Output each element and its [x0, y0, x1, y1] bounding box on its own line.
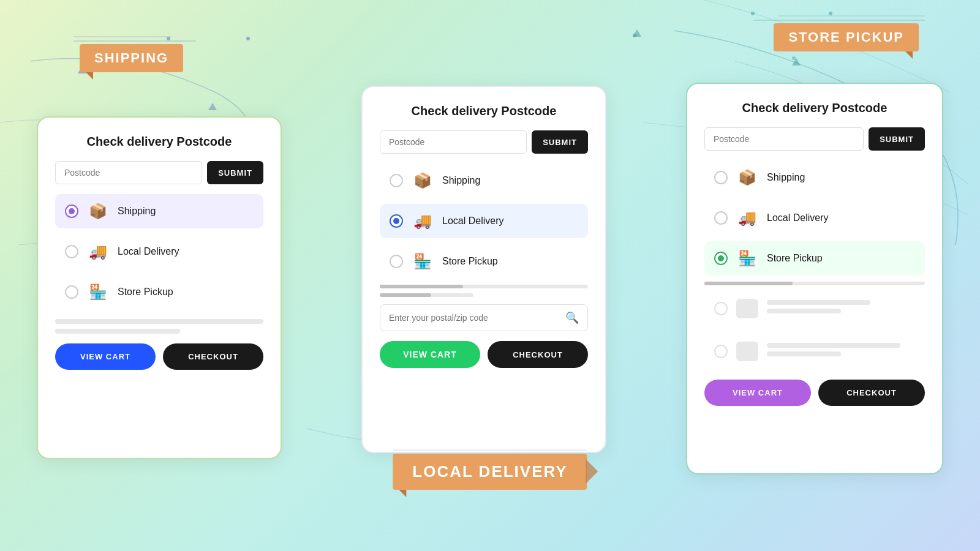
checkout-button-center[interactable]: CHECKOUT	[488, 341, 588, 368]
skeleton-line-2a	[767, 343, 900, 348]
card-left: Check delivery Postcode SUBMIT 📦 Shippin…	[37, 116, 282, 459]
skeleton-radio-2	[714, 345, 728, 358]
store-pickup-icon-left: 🏪	[87, 283, 109, 301]
btn-row-right: VIEW CART CHECKOUT	[704, 380, 925, 406]
submit-button-right[interactable]: SUBMIT	[869, 127, 925, 151]
radio-shipping-center[interactable]	[390, 174, 403, 187]
search-icon-center: 🔍	[565, 311, 579, 324]
local-delivery-icon-left: 🚚	[87, 243, 109, 260]
skeleton-option-1-right	[704, 290, 925, 327]
option-store-pickup-label-right: Store Pickup	[767, 253, 823, 264]
option-shipping-label-center: Shipping	[442, 175, 480, 186]
option-local-delivery-label-center: Local Delivery	[442, 216, 503, 227]
postcode-row-left: SUBMIT	[55, 161, 263, 184]
store-pickup-icon-center: 🏪	[412, 253, 434, 270]
scrollbar-track-center[interactable]	[380, 285, 588, 288]
btn-row-left: VIEW CART CHECKOUT	[55, 343, 263, 370]
scrollbar-thumb-center-2	[380, 293, 431, 297]
submit-button-left[interactable]: SUBMIT	[207, 161, 263, 184]
option-local-delivery-center[interactable]: 🚚 Local Delivery	[380, 204, 588, 238]
radio-store-pickup-center[interactable]	[390, 255, 403, 268]
option-local-delivery-left[interactable]: 🚚 Local Delivery	[55, 234, 263, 269]
store-pickup-icon-right: 🏪	[736, 250, 758, 267]
postcode-input-left[interactable]	[55, 161, 202, 184]
search-input-center[interactable]	[389, 313, 565, 323]
option-shipping-label-left: Shipping	[118, 206, 156, 217]
view-cart-button-right[interactable]: VIEW CART	[704, 380, 811, 406]
option-store-pickup-label-center: Store Pickup	[442, 256, 498, 267]
postcode-input-right[interactable]	[704, 127, 864, 151]
option-store-pickup-label-left: Store Pickup	[118, 287, 173, 298]
skeleton-content-2	[767, 343, 915, 360]
local-delivery-badge: LOCAL DELIVERY	[393, 454, 587, 490]
skeleton-line-1b	[767, 309, 841, 313]
store-pickup-badge: STORE PICKUP	[774, 23, 919, 51]
option-store-pickup-center[interactable]: 🏪 Store Pickup	[380, 244, 588, 279]
radio-local-delivery-center[interactable]	[390, 214, 403, 228]
store-pickup-badge-text: STORE PICKUP	[788, 29, 904, 45]
scrollbar-thumb-right	[704, 282, 793, 285]
skeleton-content-1	[767, 300, 915, 317]
skeleton-line-1a	[767, 300, 870, 305]
option-shipping-label-right: Shipping	[767, 172, 805, 183]
shipping-icon-center: 📦	[412, 172, 434, 189]
skeleton-radio-1	[714, 302, 728, 315]
skeleton-icon-1	[736, 299, 758, 318]
btn-row-center: VIEW CART CHECKOUT	[380, 341, 588, 368]
card-center: Check delivery Postcode SUBMIT 📦 Shippin…	[361, 86, 606, 453]
skeleton-area-left	[55, 319, 263, 334]
postcode-row-center: SUBMIT	[380, 130, 588, 154]
search-row-center[interactable]: 🔍	[380, 304, 588, 331]
radio-shipping-left[interactable]	[65, 204, 78, 218]
skeleton-icon-2	[736, 342, 758, 361]
local-delivery-icon-right: 🚚	[736, 209, 758, 227]
shipping-badge-text: SHIPPING	[94, 50, 168, 66]
postcode-row-right: SUBMIT	[704, 127, 925, 151]
shipping-icon-right: 📦	[736, 169, 758, 186]
option-shipping-right[interactable]: 📦 Shipping	[704, 160, 925, 195]
skeleton-option-2-right	[704, 333, 925, 370]
option-local-delivery-label-left: Local Delivery	[118, 246, 179, 257]
shipping-badge: SHIPPING	[80, 44, 183, 72]
option-shipping-left[interactable]: 📦 Shipping	[55, 194, 263, 228]
scrollbar-thumb-center	[380, 285, 463, 288]
shipping-icon-left: 📦	[87, 203, 109, 220]
scrollbar-track-center-2[interactable]	[380, 293, 473, 297]
radio-store-pickup-right[interactable]	[714, 252, 728, 265]
radio-local-delivery-right[interactable]	[714, 211, 728, 225]
checkout-button-right[interactable]: CHECKOUT	[818, 380, 925, 406]
option-store-pickup-right[interactable]: 🏪 Store Pickup	[704, 241, 925, 276]
submit-button-center[interactable]: SUBMIT	[532, 130, 588, 154]
scrollbar-track-right[interactable]	[704, 282, 925, 285]
view-cart-button-center[interactable]: VIEW CART	[380, 341, 480, 368]
card-right: Check delivery Postcode SUBMIT 📦 Shippin…	[686, 83, 943, 474]
radio-store-pickup-left[interactable]	[65, 285, 78, 299]
postcode-input-center[interactable]	[380, 130, 527, 154]
skeleton-row-1	[55, 319, 263, 324]
option-shipping-center[interactable]: 📦 Shipping	[380, 163, 588, 198]
option-store-pickup-left[interactable]: 🏪 Store Pickup	[55, 275, 263, 309]
local-delivery-badge-text: LOCAL DELIVERY	[412, 462, 567, 481]
radio-shipping-right[interactable]	[714, 171, 728, 184]
skeleton-row-2	[55, 329, 180, 334]
skeleton-line-2b	[767, 351, 841, 356]
radio-local-delivery-left[interactable]	[65, 245, 78, 258]
card-center-title: Check delivery Postcode	[380, 104, 588, 118]
view-cart-button-left[interactable]: VIEW CART	[55, 343, 156, 370]
checkout-button-left[interactable]: CHECKOUT	[163, 343, 263, 370]
local-delivery-icon-center: 🚚	[412, 212, 434, 230]
option-local-delivery-right[interactable]: 🚚 Local Delivery	[704, 201, 925, 235]
card-left-title: Check delivery Postcode	[55, 135, 263, 149]
option-local-delivery-label-right: Local Delivery	[767, 212, 828, 223]
card-right-title: Check delivery Postcode	[704, 101, 925, 115]
